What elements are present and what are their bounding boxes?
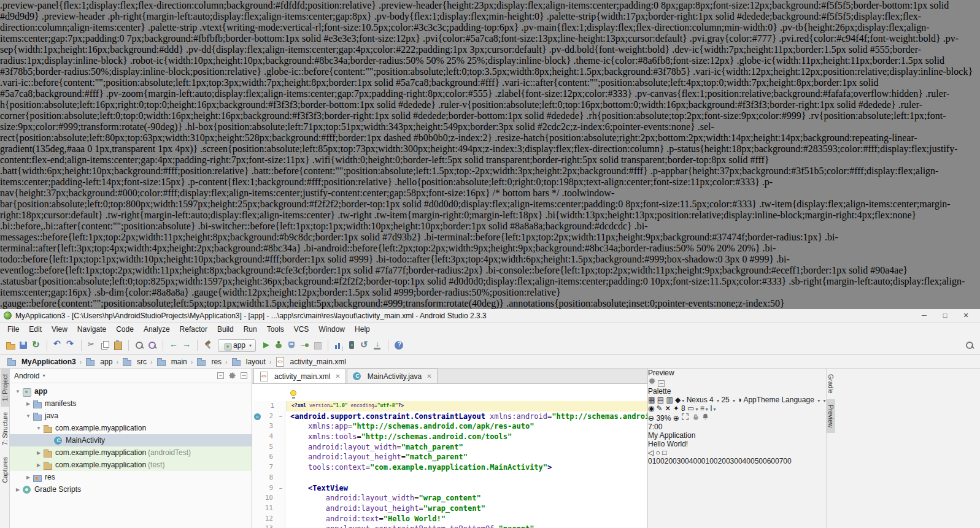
code-editor[interactable]: ✔ 1<?xml version="1.0" encoding="utf-8"?… bbox=[252, 384, 647, 528]
nav-back-icon[interactable]: ◁ bbox=[648, 448, 654, 457]
fold-marker[interactable] bbox=[277, 432, 285, 442]
fold-marker[interactable] bbox=[277, 473, 285, 483]
maximize-button[interactable]: □ bbox=[935, 312, 955, 319]
menu-tools[interactable]: Tools bbox=[262, 324, 289, 335]
nav-recents-icon[interactable]: □ bbox=[662, 448, 666, 457]
intention-bulb-icon[interactable] bbox=[290, 390, 296, 396]
gradle-sync-icon[interactable] bbox=[359, 340, 370, 351]
hide-panel-icon[interactable]: ─ bbox=[241, 372, 247, 379]
help-icon[interactable] bbox=[393, 340, 404, 351]
code-line-8[interactable]: 8 bbox=[252, 473, 647, 483]
settings-gear-icon[interactable] bbox=[228, 372, 236, 380]
stop-icon[interactable] bbox=[312, 340, 323, 351]
code-line-3[interactable]: 3 xmlns:app="http://schemas.android.com/… bbox=[252, 421, 647, 432]
tool-window-button-gradle[interactable]: Gradle bbox=[827, 369, 835, 399]
copy-icon[interactable] bbox=[99, 340, 110, 351]
palette-tab[interactable]: Palette bbox=[648, 387, 826, 396]
nav-home-icon[interactable]: ○ bbox=[656, 448, 660, 457]
menu-analyze[interactable]: Analyze bbox=[139, 324, 175, 335]
tree-item-app[interactable]: ▼app bbox=[10, 385, 252, 397]
breadcrumb-activity-main-xml[interactable]: activity_main.xml bbox=[273, 357, 347, 366]
autoconnect-icon[interactable]: ✎ bbox=[657, 404, 663, 413]
zoom-out-icon[interactable]: ⊖ bbox=[648, 414, 654, 423]
preview-settings-gear-icon[interactable] bbox=[648, 377, 656, 385]
expand-arrow-icon[interactable]: ▶ bbox=[34, 450, 43, 456]
save-icon[interactable] bbox=[18, 340, 29, 351]
forward-icon[interactable] bbox=[181, 340, 192, 351]
menu-vcs[interactable]: VCS bbox=[289, 324, 314, 335]
minimize-button[interactable]: ─ bbox=[914, 312, 935, 319]
attach-icon[interactable] bbox=[299, 340, 310, 351]
expand-arrow-icon[interactable]: ▶ bbox=[24, 475, 33, 480]
pan-hand-icon[interactable] bbox=[692, 413, 700, 421]
debug-icon[interactable] bbox=[273, 340, 284, 351]
zoom-to-fit-icon[interactable] bbox=[681, 413, 689, 421]
sdk-icon[interactable] bbox=[372, 340, 383, 351]
menu-view[interactable]: View bbox=[47, 324, 72, 335]
fold-marker[interactable]: − bbox=[277, 411, 285, 422]
code-line-12[interactable]: 12 android:text="Hello World!" bbox=[252, 514, 647, 524]
close-tab-icon[interactable]: ✕ bbox=[426, 373, 431, 380]
preview-canvas[interactable]: 7:00 My Application Hello World! ◁ ○ bbox=[648, 423, 826, 465]
paste-icon[interactable] bbox=[112, 340, 123, 351]
editor-tab-activity-main-xml[interactable]: activity_main.xml✕ bbox=[253, 369, 346, 383]
replace-icon[interactable] bbox=[147, 340, 158, 351]
tree-item-java[interactable]: ▼java bbox=[10, 410, 252, 422]
tool-window-button-preview[interactable]: Preview bbox=[827, 399, 835, 433]
expand-arrow-icon[interactable]: ▼ bbox=[14, 389, 22, 394]
fold-marker[interactable] bbox=[278, 401, 287, 411]
breadcrumb-app[interactable]: app bbox=[83, 357, 114, 366]
notifications-bell-icon[interactable] bbox=[701, 413, 709, 421]
breadcrumb-layout[interactable]: layout bbox=[230, 357, 268, 366]
expand-arrow-icon[interactable]: ▶ bbox=[24, 401, 33, 407]
hello-world-textview[interactable]: Hello World! bbox=[648, 440, 826, 448]
tool-window-button-captures[interactable]: Captures bbox=[1, 451, 9, 489]
tree-item-com-example-myapplication-androidtest[interactable]: ▶com.example.myapplication(androidTest) bbox=[10, 446, 252, 459]
tree-item-mainactivity[interactable]: MainActivity bbox=[10, 434, 252, 446]
device-selector[interactable]: Nexus 4 ▾ bbox=[687, 396, 722, 404]
hammer-icon[interactable] bbox=[203, 340, 214, 351]
tool-window-button-7-structure[interactable]: 7: Structure bbox=[1, 407, 9, 451]
fold-marker[interactable] bbox=[277, 462, 285, 473]
menu-help[interactable]: Help bbox=[350, 324, 375, 335]
breadcrumb-res[interactable]: res bbox=[195, 357, 223, 366]
fold-marker[interactable] bbox=[277, 524, 285, 528]
pack-selector-icon[interactable]: ▭▾ bbox=[687, 404, 698, 413]
code-line-1[interactable]: 1<?xml version="1.0" encoding="utf-8"?> bbox=[253, 401, 647, 411]
menu-navigate[interactable]: Navigate bbox=[72, 324, 111, 335]
breadcrumb-myapplication3[interactable]: MyApplication3 bbox=[5, 357, 78, 366]
tree-item-res[interactable]: ▶res bbox=[10, 471, 252, 483]
menu-code[interactable]: Code bbox=[111, 324, 139, 335]
menu-file[interactable]: File bbox=[2, 324, 24, 335]
code-line-13[interactable]: 13 app:layout_constraintBottom_toBottomO… bbox=[252, 524, 647, 528]
expand-arrow-icon[interactable]: ▼ bbox=[34, 426, 43, 431]
locale-selector[interactable]: Language ▾ bbox=[781, 396, 822, 404]
tree-item-manifests[interactable]: ▶manifests bbox=[10, 397, 252, 410]
api-version-selector[interactable]: 25 ▾ bbox=[721, 396, 737, 404]
menu-build[interactable]: Build bbox=[212, 324, 239, 335]
fold-marker[interactable]: − bbox=[277, 483, 285, 494]
breadcrumb-main[interactable]: main bbox=[155, 357, 189, 366]
tree-item-gradle-scripts[interactable]: ▶Gradle Scripts bbox=[10, 483, 252, 495]
blueprint-surface-icon[interactable]: ▤ bbox=[657, 396, 664, 404]
tree-item-com-example-myapplication-test[interactable]: ▶com.example.myapplication(test) bbox=[10, 459, 252, 471]
close-tab-icon[interactable]: ✕ bbox=[335, 373, 340, 380]
theme-selector[interactable]: ◑ AppTheme bbox=[737, 396, 781, 404]
menu-refactor[interactable]: Refactor bbox=[175, 324, 212, 335]
breadcrumb-src[interactable]: src bbox=[120, 357, 149, 366]
design-surface-icon[interactable]: ▦ bbox=[648, 396, 655, 404]
fold-marker[interactable] bbox=[277, 493, 285, 503]
expand-arrow-icon[interactable]: ▶ bbox=[14, 487, 22, 492]
expand-arrow-icon[interactable]: ▶ bbox=[34, 462, 43, 468]
run-configuration-selector[interactable]: app▾ bbox=[218, 339, 256, 352]
code-line-9[interactable]: 9− <TextView bbox=[252, 483, 647, 494]
redo-icon[interactable] bbox=[65, 340, 76, 351]
code-line-6[interactable]: 6 android:layout_height="match_parent" bbox=[252, 452, 647, 462]
menu-edit[interactable]: Edit bbox=[24, 324, 47, 335]
code-line-11[interactable]: 11 android:layout_height="wrap_content" bbox=[252, 503, 647, 514]
sync-icon[interactable] bbox=[31, 340, 42, 351]
code-line-10[interactable]: 10 android:layout_width="wrap_content" bbox=[252, 493, 647, 503]
zoom-in-icon[interactable]: ⊕ bbox=[673, 414, 679, 423]
cut-icon[interactable] bbox=[87, 340, 98, 351]
hide-preview-icon[interactable]: ─ bbox=[658, 380, 665, 387]
